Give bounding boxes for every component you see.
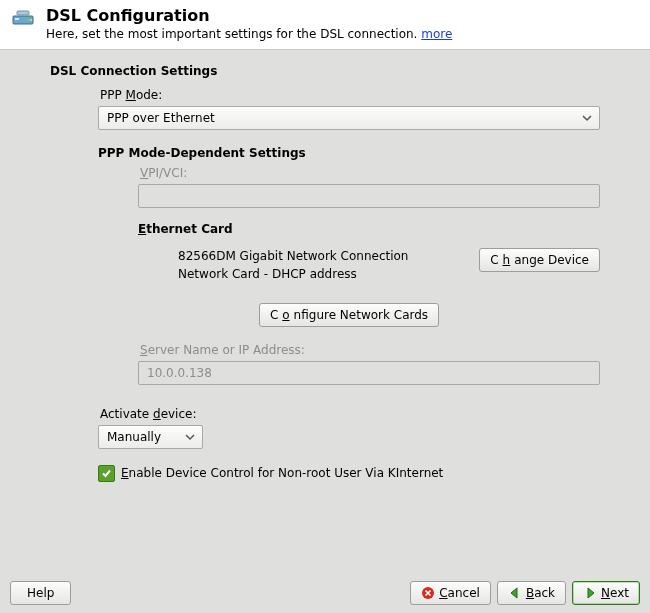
svg-point-3 [30, 19, 32, 21]
page-title: DSL Configuration [46, 6, 452, 25]
ethernet-card-title: Ethernet Card [138, 222, 600, 236]
arrow-right-icon [583, 586, 597, 600]
activate-device-label: Activate device: [100, 407, 600, 421]
back-button[interactable]: Back [497, 581, 566, 605]
cancel-icon [421, 586, 435, 600]
section-title: DSL Connection Settings [50, 64, 620, 78]
help-button[interactable]: Help [10, 581, 71, 605]
arrow-left-icon [508, 586, 522, 600]
configure-network-cards-button[interactable]: Configure Network Cards [259, 303, 439, 327]
ethernet-card-description: 82566DM Gigabit Network Connection Netwo… [178, 248, 408, 283]
activate-device-value: Manually [107, 430, 161, 444]
more-link[interactable]: more [421, 27, 452, 41]
chevron-down-icon [182, 426, 198, 448]
server-input: 10.0.0.138 [138, 361, 600, 385]
ppp-dep-title: PPP Mode-Dependent Settings [98, 146, 600, 160]
ppp-mode-value: PPP over Ethernet [107, 111, 215, 125]
modem-icon [10, 6, 36, 30]
kinternet-checkbox-row[interactable]: Enable Device Control for Non-root User … [98, 465, 600, 482]
kinternet-checkbox[interactable] [98, 465, 115, 482]
cancel-button[interactable]: Cancel [410, 581, 491, 605]
svg-point-2 [27, 19, 29, 21]
ppp-mode-select[interactable]: PPP over Ethernet [98, 106, 600, 130]
vpi-vci-label: VPI/VCI: [140, 166, 600, 180]
kinternet-checkbox-label: Enable Device Control for Non-root User … [121, 466, 443, 480]
header: DSL Configuration Here, set the most imp… [0, 0, 650, 50]
bottom-bar: Help Cancel Back Next [0, 575, 650, 613]
svg-rect-4 [17, 11, 29, 15]
server-label: Server Name or IP Address: [140, 343, 600, 357]
page-subtitle: Here, set the most important settings fo… [46, 27, 452, 41]
chevron-down-icon [579, 107, 595, 129]
next-button[interactable]: Next [572, 581, 640, 605]
ppp-mode-label: PPP Mode: [100, 88, 600, 102]
activate-device-select[interactable]: Manually [98, 425, 203, 449]
vpi-vci-input [138, 184, 600, 208]
change-device-button[interactable]: Change Device [479, 248, 600, 272]
svg-rect-1 [15, 18, 19, 20]
